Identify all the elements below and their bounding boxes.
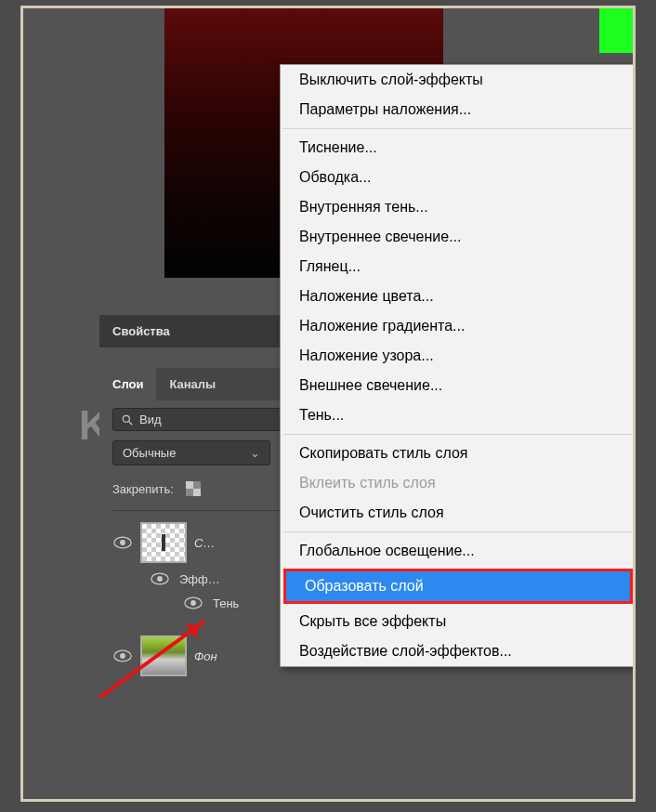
blend-mode-dropdown[interactable]: Обычные ⌄ [112,440,270,465]
chevron-down-icon: ⌄ [250,446,260,460]
menu-hide-all-effects[interactable]: Скрыть все эффекты [281,607,636,636]
properties-tab-label: Свойства [112,324,170,338]
lock-transparency-icon[interactable] [185,480,202,497]
menu-copy-style[interactable]: Скопировать стиль слоя [281,439,636,468]
lock-label: Закрепить: [112,482,174,496]
menu-satin[interactable]: Глянец... [281,252,636,282]
search-icon [121,413,134,426]
filter-label: Вид [139,413,162,426]
menu-stroke[interactable]: Обводка... [281,163,636,192]
layer-filter-search[interactable]: Вид [112,408,289,431]
menu-color-overlay[interactable]: Наложение цвета... [281,282,636,311]
menu-paste-style: Вклеить стиль слоя [281,468,636,498]
svg-line-1 [129,421,133,425]
menu-drop-shadow[interactable]: Тень... [281,400,636,430]
visibility-eye-icon[interactable] [112,532,133,553]
tab-layers[interactable]: Слои [99,368,156,400]
layer-style-context-menu: Выключить слой-эффекты Параметры наложен… [280,64,636,667]
menu-bevel[interactable]: Тиснение... [281,133,636,163]
effects-label: Эфф… [179,572,220,586]
shadow-effect-label: Тень [213,596,239,610]
blend-mode-value: Обычные [123,446,176,460]
visibility-eye-icon[interactable] [112,646,133,666]
menu-global-light[interactable]: Глобальное освещение... [281,536,636,566]
svg-point-0 [123,415,129,422]
color-swatch-green [599,8,633,53]
svg-rect-4 [193,489,201,496]
app-frame: KAK-SDELAT.ORG Свойства Слои Каналы [20,6,636,802]
tab-channels[interactable]: Каналы [156,368,229,400]
svg-rect-3 [186,481,193,489]
layer-thumbnail[interactable] [140,522,187,563]
menu-inner-shadow[interactable]: Внутренняя тень... [281,192,636,222]
svg-point-10 [190,600,196,606]
svg-point-6 [120,540,125,545]
menu-blending-options[interactable]: Параметры наложения... [281,95,636,124]
svg-point-12 [120,653,125,659]
menu-gradient-overlay[interactable]: Наложение градиента... [281,311,636,341]
menu-disable-effects[interactable]: Выключить слой-эффекты [281,65,636,95]
visibility-eye-icon[interactable] [183,593,203,613]
menu-highlighted-item-wrap: Образовать слой [283,569,633,604]
background-layer-label: Фон [194,649,217,663]
menu-pattern-overlay[interactable]: Наложение узора... [281,341,636,371]
layer-name-label: С… [194,536,215,550]
menu-separator [282,531,634,532]
svg-point-8 [157,576,163,582]
menu-outer-glow[interactable]: Внешнее свечение... [281,371,636,400]
menu-scale-effects[interactable]: Воздействие слой-эффектов... [281,636,636,666]
visibility-eye-icon[interactable] [150,569,170,589]
menu-create-layer[interactable]: Образовать слой [286,571,630,601]
menu-clear-style[interactable]: Очистить стиль слоя [281,498,636,528]
menu-inner-glow[interactable]: Внутреннее свечение... [281,222,636,252]
menu-separator [282,128,634,129]
menu-separator [282,434,634,435]
